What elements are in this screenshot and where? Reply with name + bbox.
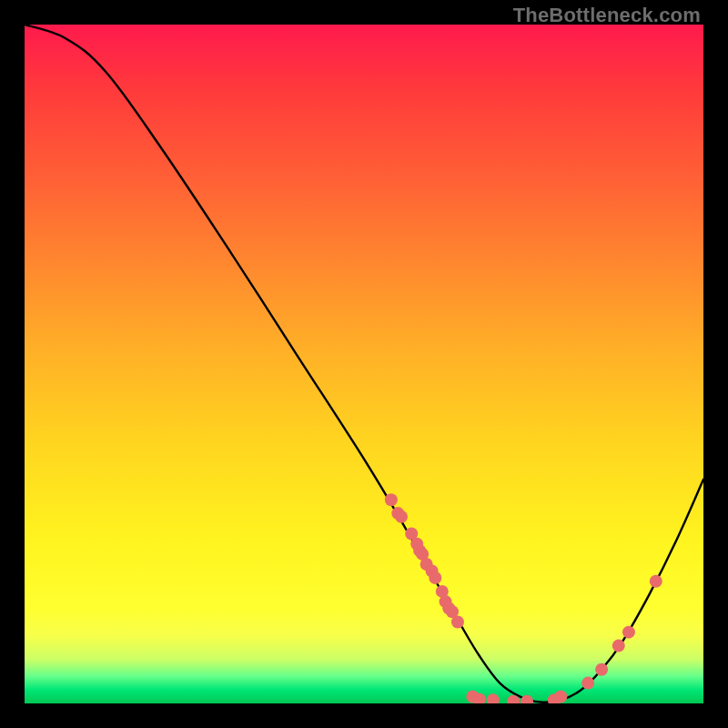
data-point [581, 677, 594, 690]
bottleneck-curve [25, 25, 703, 703]
data-point [429, 571, 441, 584]
attribution-text: TheBottleneck.com [513, 4, 701, 27]
data-point [451, 615, 464, 628]
data-point [385, 493, 398, 506]
data-point [554, 691, 567, 703]
chart-plot-area [25, 25, 703, 703]
data-point [595, 663, 608, 676]
chart-svg [25, 25, 703, 703]
data-point [650, 575, 662, 588]
data-point [612, 640, 625, 652]
data-point [622, 626, 635, 639]
data-point [487, 693, 500, 703]
data-point [395, 511, 408, 523]
data-point [521, 695, 533, 703]
